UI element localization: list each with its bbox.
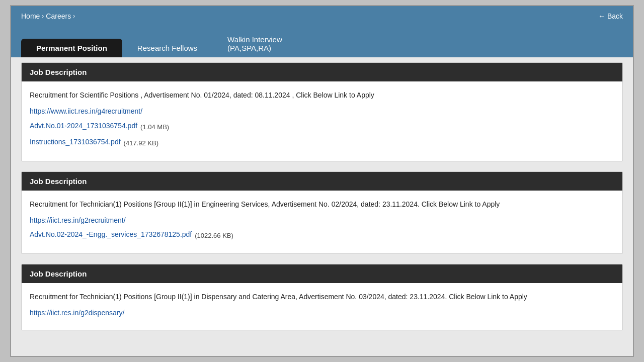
- file-row-0-0: Advt.No.01-2024_1731036754.pdf(1.04 MB): [30, 120, 614, 134]
- job-card-header-0: Job Description: [22, 63, 622, 81]
- job-description-1: Recruitment for Technician(1) Positions …: [30, 199, 614, 210]
- file-link-0-0[interactable]: Advt.No.01-2024_1731036754.pdf: [30, 120, 137, 131]
- job-link-2[interactable]: https://iict.res.in/g2dispensary/: [30, 307, 614, 318]
- job-description-2: Recruitment for Technician(1) Positions …: [30, 291, 614, 302]
- job-card-header-1: Job Description: [22, 172, 622, 191]
- job-card-header-2: Job Description: [22, 264, 622, 283]
- back-button[interactable]: ← Back: [598, 12, 623, 20]
- job-link-1[interactable]: https://iict.res.in/g2recruitment/: [30, 215, 614, 226]
- back-arrow-icon: ←: [598, 12, 605, 20]
- job-card-1: Job DescriptionRecruitment for Technicia…: [21, 171, 623, 254]
- job-card-body-1: Recruitment for Technician(1) Positions …: [22, 191, 622, 253]
- tab-research[interactable]: Research Fellows: [122, 39, 212, 57]
- tabs-bar: Permanent Position Research Fellows Walk…: [11, 26, 633, 57]
- job-card-body-0: Recruitment for Scientific Positions , A…: [22, 81, 622, 161]
- job-card-0: Job DescriptionRecruitment for Scientifi…: [21, 62, 623, 161]
- job-description-0: Recruitment for Scientific Positions , A…: [30, 89, 614, 101]
- file-link-1-0[interactable]: Advt.No.02-2024_-Engg._services_17326781…: [30, 229, 192, 240]
- separator-1: ›: [42, 13, 44, 20]
- file-link-0-1[interactable]: Instructions_1731036754.pdf: [30, 136, 121, 147]
- job-card-body-2: Recruitment for Technician(1) Positions …: [22, 283, 622, 330]
- content-area: Job DescriptionRecruitment for Scientifi…: [11, 57, 633, 356]
- back-label: Back: [607, 12, 623, 20]
- file-size-0-1: (417.92 KB): [124, 138, 158, 149]
- breadcrumb: Home › Careers ›: [21, 12, 75, 20]
- job-card-2: Job DescriptionRecruitment for Technicia…: [21, 264, 623, 330]
- job-link-0[interactable]: https://www.iict.res.in/g4recruitment/: [30, 106, 614, 117]
- careers-link[interactable]: Careers: [46, 12, 71, 20]
- home-link[interactable]: Home: [21, 12, 40, 20]
- tab-permanent[interactable]: Permanent Position: [21, 39, 122, 57]
- main-window: Home › Careers › ← Back Permanent Positi…: [10, 5, 634, 357]
- file-row-1-0: Advt.No.02-2024_-Engg._services_17326781…: [30, 229, 614, 243]
- file-row-0-1: Instructions_1731036754.pdf(417.92 KB): [30, 136, 614, 150]
- separator-2: ›: [73, 13, 75, 20]
- file-size-0-0: (1.04 MB): [140, 122, 169, 133]
- top-header: Home › Careers › ← Back: [11, 6, 633, 26]
- file-size-1-0: (1022.66 KB): [195, 231, 233, 241]
- tab-walkin[interactable]: Walkin Interview(PA,SPA,RA): [212, 30, 297, 57]
